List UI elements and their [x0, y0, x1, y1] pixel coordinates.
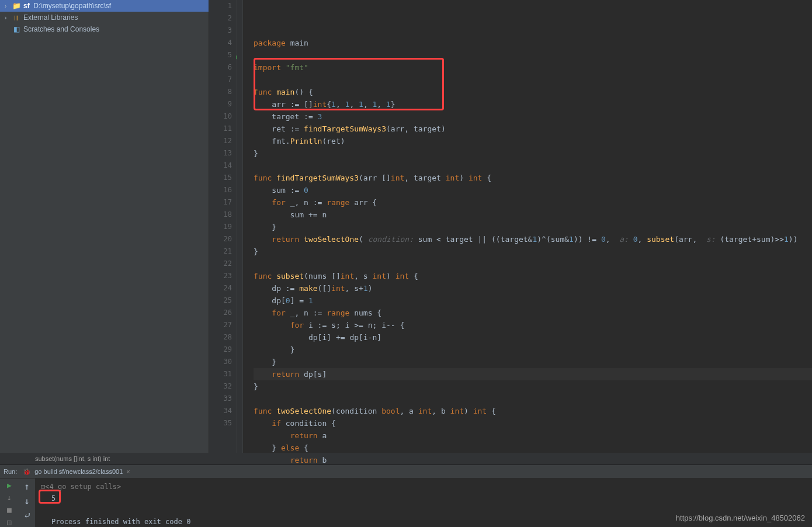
code-line[interactable]: return b: [254, 454, 812, 466]
code-line[interactable]: [254, 49, 812, 61]
line-number: 32: [209, 380, 232, 393]
line-number: 8: [209, 86, 232, 98]
line-number: 17: [209, 196, 232, 209]
output-setup: <4 go setup calls>: [45, 483, 121, 491]
output-value: 5: [51, 494, 55, 502]
code-line[interactable]: func subset(nums []int, s int) int {: [254, 270, 812, 282]
run-toolbar-left: ▶ ↓ ■ ◫ 📌: [0, 479, 19, 527]
code-line[interactable]: dp[0] = 1: [254, 294, 812, 307]
line-number: 34: [209, 405, 232, 417]
library-icon: ⫼: [12, 13, 21, 22]
tree-label: Scratches and Consoles: [23, 25, 99, 33]
line-number: 15: [209, 172, 232, 184]
line-number: 28: [209, 331, 232, 344]
line-number: 26: [209, 307, 232, 319]
line-number: 19: [209, 221, 232, 233]
code-line[interactable]: dp[i] += dp[i-n]: [254, 331, 812, 344]
line-number: 27: [209, 319, 232, 331]
code-line[interactable]: func twoSelectOne(condition bool, a int,…: [254, 405, 812, 417]
run-tab[interactable]: 🐞 go build sf/newclass2/class001 ×: [17, 466, 136, 477]
code-line[interactable]: [254, 258, 812, 270]
line-number: 22: [209, 258, 232, 270]
line-number: 24: [209, 282, 232, 294]
down-icon[interactable]: ↓: [24, 495, 30, 507]
code-line[interactable]: arr := []int{1, 1, 1, 1, 1}: [254, 98, 812, 110]
close-icon[interactable]: ×: [126, 468, 130, 475]
tree-item-root[interactable]: › 📁 sf D:\mysetup\gopath\src\sf: [0, 0, 209, 12]
code-line[interactable]: }: [254, 380, 812, 393]
line-gutter: 12345▶6789101112131415161718192021222324…: [209, 0, 237, 453]
line-number: 21: [209, 245, 232, 258]
up-icon[interactable]: ↑: [24, 481, 30, 492]
tree-item-scratches[interactable]: ◧ Scratches and Consoles: [0, 23, 209, 35]
fold-bar: [237, 0, 243, 453]
code-line[interactable]: for _, n := range nums {: [254, 307, 812, 319]
tree-item-ext-libs[interactable]: › ⫼ External Libraries: [0, 12, 209, 23]
arrow-down-icon[interactable]: ↓: [7, 493, 12, 502]
line-number: 4: [209, 37, 232, 49]
line-number: 18: [209, 209, 232, 221]
breadcrumb-text: subset(nums []int, s int) int: [35, 455, 110, 462]
line-number: 30: [209, 356, 232, 368]
line-number: 23: [209, 270, 232, 282]
code-line[interactable]: return a: [254, 429, 812, 442]
run-icon[interactable]: ▶: [7, 481, 12, 490]
code-line[interactable]: }: [254, 344, 812, 356]
run-label: Run:: [4, 468, 17, 475]
code-line[interactable]: return twoSelectOne( condition: sum < ta…: [254, 233, 812, 245]
watermark: https://blog.csdn.net/weixin_48502062: [676, 514, 805, 522]
code-line[interactable]: [254, 74, 812, 86]
layout-icon[interactable]: ◫: [7, 518, 12, 526]
stop-icon[interactable]: ■: [7, 505, 12, 514]
output-done: Process finished with exit code 0: [51, 518, 190, 526]
code-line[interactable]: } else {: [254, 442, 812, 454]
run-tab-label: go build sf/newclass2/class001: [34, 468, 123, 475]
line-number: 20: [209, 233, 232, 245]
code-area[interactable]: package mainimport "fmt"func main() { ar…: [243, 0, 812, 453]
scratch-icon: ◧: [12, 25, 21, 33]
code-line[interactable]: fmt.Println(ret): [254, 135, 812, 147]
code-line[interactable]: }: [254, 147, 812, 160]
code-line[interactable]: dp := make([]int, s+1): [254, 282, 812, 294]
code-line[interactable]: func findTargetSumWays3(arr []int, targe…: [254, 172, 812, 184]
code-line[interactable]: if condition {: [254, 417, 812, 429]
line-number: 7: [209, 74, 232, 86]
run-toolbar-right: ↑ ↓ ⤶ ⇥: [19, 479, 35, 527]
code-line[interactable]: return dp[s]: [254, 368, 812, 380]
project-tree[interactable]: › 📁 sf D:\mysetup\gopath\src\sf › ⫼ Exte…: [0, 0, 209, 453]
code-line[interactable]: [254, 160, 812, 172]
line-number: 6: [209, 61, 232, 74]
tree-root-name: sf: [23, 2, 30, 10]
tree-label: External Libraries: [23, 13, 78, 22]
code-line[interactable]: ret := findTargetSumWays3(arr, target): [254, 123, 812, 135]
code-line[interactable]: [254, 393, 812, 405]
code-line[interactable]: func main() {: [254, 86, 812, 98]
code-line[interactable]: sum += n: [254, 209, 812, 221]
line-number: 29: [209, 344, 232, 356]
code-line[interactable]: target := 3: [254, 110, 812, 123]
code-line[interactable]: for _, n := range arr {: [254, 196, 812, 209]
code-line[interactable]: import "fmt": [254, 61, 812, 74]
line-number: 10: [209, 110, 232, 123]
code-line[interactable]: package main: [254, 37, 812, 49]
line-number: 16: [209, 184, 232, 196]
chevron-right-icon: ›: [5, 15, 12, 21]
editor[interactable]: 12345▶6789101112131415161718192021222324…: [209, 0, 812, 453]
line-number: 33: [209, 393, 232, 405]
folder-icon: 📁: [12, 2, 21, 10]
scroll-icon[interactable]: ⇥: [24, 525, 30, 527]
code-line[interactable]: }: [254, 245, 812, 258]
line-number: 9: [209, 98, 232, 110]
line-number: 5▶: [209, 49, 232, 61]
code-line[interactable]: sum := 0: [254, 184, 812, 196]
line-number: 11: [209, 123, 232, 135]
wrap-icon[interactable]: ⤶: [23, 510, 31, 521]
code-line[interactable]: }: [254, 356, 812, 368]
chevron-right-icon: ›: [5, 3, 12, 9]
main-area: › 📁 sf D:\mysetup\gopath\src\sf › ⫼ Exte…: [0, 0, 812, 453]
line-number: 1: [209, 0, 232, 12]
code-line[interactable]: for i := s; i >= n; i-- {: [254, 319, 812, 331]
beetle-icon: 🐞: [23, 468, 31, 476]
code-line[interactable]: }: [254, 221, 812, 233]
line-number: 31: [209, 368, 232, 380]
